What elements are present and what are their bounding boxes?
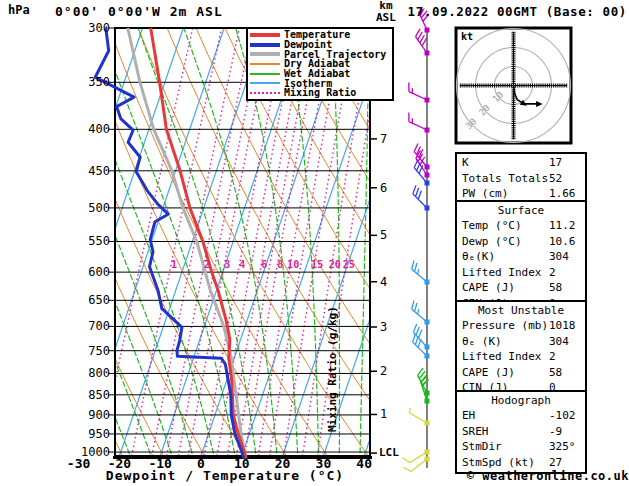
mixing-ratio-label: 1 — [171, 259, 177, 270]
pressure-tick-label: 600 — [88, 265, 110, 279]
row-value: 325° — [549, 439, 576, 455]
table-row: Lifted Index2 — [457, 349, 585, 365]
pressure-tick-label: 900 — [88, 408, 110, 422]
row-value: 1018 — [549, 318, 576, 334]
mixing-ratio-labels: 12346810152025 — [171, 259, 355, 270]
legend-swatch-wet-adiabat — [250, 73, 280, 75]
pressure-axis-unit: hPa — [8, 3, 30, 17]
pressure-tick-label: 300 — [88, 21, 110, 35]
row-value: 58 — [549, 280, 562, 296]
km-tick-label: 1 — [380, 407, 387, 421]
pressure-tick-label: 700 — [88, 319, 110, 333]
row-label: EH — [462, 408, 475, 424]
x-axis-label: Dewpoint / Temperature (°C) — [60, 468, 390, 483]
row-label: θₑ(K) — [462, 249, 495, 265]
mixing-ratio-label: 8 — [277, 259, 283, 270]
km-tick-label: 6 — [380, 181, 387, 195]
pressure-tick-label: 650 — [88, 293, 110, 307]
mixing-ratio-label: 4 — [239, 259, 245, 270]
km-tick-label: 2 — [380, 364, 387, 378]
table-row: Totals Totals52 — [457, 171, 585, 187]
legend-swatch-parcel-trajectory — [250, 52, 280, 56]
km-tick-label: 5 — [380, 228, 387, 242]
row-value: 304 — [549, 249, 569, 265]
row-value: -9 — [549, 424, 562, 440]
legend-label: Mixing Ratio — [284, 87, 356, 98]
table-row: Temp (°C)11.2 — [457, 218, 585, 234]
legend-swatch-dewpoint — [250, 43, 280, 47]
pressure-tick-label: 400 — [88, 122, 110, 136]
row-value: 10.6 — [549, 234, 576, 250]
mixing-ratio-label: 10 — [287, 259, 299, 270]
wind-barb — [409, 113, 430, 133]
mixing-ratio-label: 20 — [329, 259, 341, 270]
indices-table: K17Totals Totals52PW (cm)1.66 — [455, 152, 587, 206]
row-label: StmDir — [462, 439, 502, 455]
row-label: Lifted Index — [462, 265, 541, 281]
table-row: θₑ(K)304 — [457, 249, 585, 265]
row-label: Totals Totals — [462, 171, 548, 187]
km-tick-label: 7 — [380, 132, 387, 146]
legend-swatch-dry-adiabat — [250, 63, 280, 65]
pressure-tick-label: 750 — [88, 344, 110, 358]
mixing-ratio-label: 6 — [261, 259, 267, 270]
pressure-tick-label: 550 — [88, 234, 110, 248]
legend-box: TemperatureDewpointParcel TrajectoryDry … — [246, 27, 394, 101]
altitude-axis-unit: kmASL — [376, 0, 396, 24]
table-row: SREH-9 — [457, 424, 585, 440]
row-value: -102 — [549, 408, 576, 424]
row-label: Lifted Index — [462, 349, 541, 365]
mixing-ratio-axis-label: Mixing Ratio (g/kg) — [326, 292, 339, 432]
copyright-text: © weatheronline.co.uk — [467, 469, 629, 483]
row-label: θₑ (K) — [462, 334, 502, 350]
hodograph-panel: 102030 — [456, 28, 571, 143]
table-row: CAPE (J)58 — [457, 280, 585, 296]
row-value: 11.2 — [549, 218, 576, 234]
row-value: 17 — [549, 155, 562, 171]
pressure-tick-label: 350 — [88, 75, 110, 89]
pressure-tick-label: 800 — [88, 366, 110, 380]
legend-swatch-isotherm — [250, 82, 280, 84]
pressure-tick-label: 850 — [88, 388, 110, 402]
mixing-ratio-label: 3 — [224, 259, 230, 270]
asl-text: ASL — [376, 11, 396, 24]
surface-table: SurfaceTemp (°C)11.2Dewp (°C)10.6θₑ(K)30… — [455, 200, 587, 316]
table-title: Surface — [457, 203, 585, 218]
pressure-tick-label: 950 — [88, 427, 110, 441]
legend-item: Mixing Ratio — [250, 88, 390, 98]
row-label: Dewp (°C) — [462, 234, 522, 250]
km-tick-label: 4 — [380, 275, 387, 289]
row-value: 304 — [549, 334, 569, 350]
row-value: 2 — [549, 349, 556, 365]
pressure-tick-label: 450 — [88, 164, 110, 178]
table-row: K17 — [457, 155, 585, 171]
hodograph-table: HodographEH-102SREH-9StmDir325°StmSpd (k… — [455, 390, 587, 474]
km-tick-label: 3 — [380, 320, 387, 334]
pressure-tick-labels: 3003504004505005506006507007508008509009… — [81, 21, 110, 459]
dewpoint-curve — [95, 28, 243, 458]
hodograph-unit-label: kt — [461, 31, 473, 42]
table-row: EH-102 — [457, 408, 585, 424]
table-row: CAPE (J)58 — [457, 365, 585, 381]
table-row: Pressure (mb)1018 — [457, 318, 585, 334]
mixing-ratio-label: 15 — [311, 259, 323, 270]
row-label: Temp (°C) — [462, 218, 522, 234]
row-value: 52 — [549, 171, 562, 187]
datetime-title: 17.09.2022 00GMT (Base: 00) — [408, 4, 627, 19]
lcl-label: LCL — [379, 446, 399, 459]
legend-swatch-temperature — [250, 33, 280, 37]
row-label: K — [462, 155, 469, 171]
table-title: Most Unstable — [457, 303, 585, 318]
station-title: 0°00' 0°00'W 2m ASL — [55, 4, 223, 19]
mixing-ratio-label: 2 — [204, 259, 210, 270]
table-title: Hodograph — [457, 393, 585, 408]
table-row: θₑ (K)304 — [457, 334, 585, 350]
mixing-ratio-label: 25 — [343, 259, 355, 270]
row-value: 58 — [549, 365, 562, 381]
row-label: SREH — [462, 424, 489, 440]
row-label: CAPE (J) — [462, 280, 515, 296]
most-unstable-table: Most UnstablePressure (mb)1018θₑ (K)304L… — [455, 300, 587, 400]
wind-barb — [409, 83, 430, 103]
km-axis-ticks: 7654321 — [370, 89, 387, 453]
table-row: Dewp (°C)10.6 — [457, 234, 585, 250]
